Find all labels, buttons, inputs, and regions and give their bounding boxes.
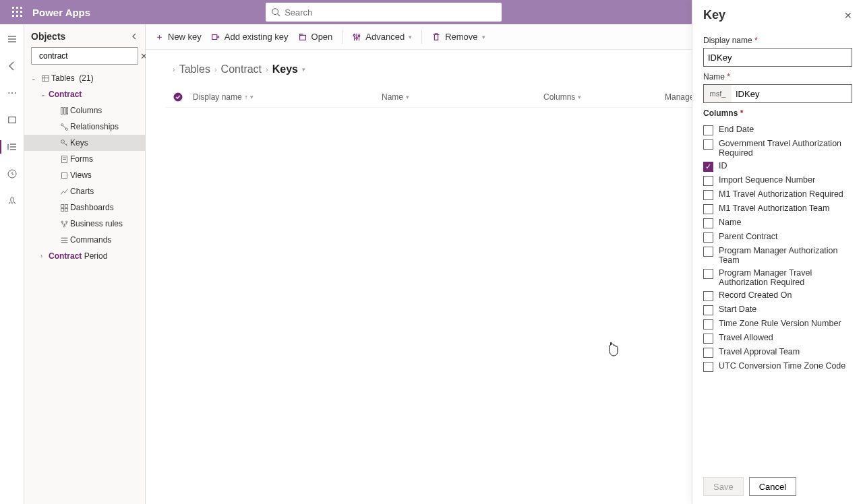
checkbox[interactable] — [703, 162, 713, 172]
column-checkbox-row[interactable]: End Date — [703, 125, 852, 135]
select-all-check[interactable] — [173, 92, 193, 102]
column-checkbox-row[interactable]: UTC Conversion Time Zone Code — [703, 361, 852, 372]
tree-business-rules[interactable]: Business rules — [24, 216, 145, 232]
key-flyout: Key ✕ Display name * Name * msf_ Columns… — [692, 0, 863, 504]
column-checkbox-row[interactable]: Program Manager Travel Authorization Req… — [703, 268, 852, 287]
svg-rect-15 — [8, 117, 16, 123]
column-checkbox-row[interactable]: Import Sequence Number — [703, 175, 852, 186]
checkbox[interactable] — [703, 125, 713, 135]
flyout-title: Key — [703, 8, 725, 22]
history-icon[interactable] — [3, 164, 22, 183]
checkbox[interactable] — [703, 319, 713, 329]
column-checkbox-row[interactable]: M1 Travel Authorization Team — [703, 203, 852, 214]
column-checkbox-row[interactable]: Time Zone Rule Version Number — [703, 319, 852, 329]
checkbox[interactable] — [703, 247, 713, 257]
save-button[interactable]: Save — [703, 477, 744, 496]
checkbox[interactable] — [703, 334, 713, 344]
column-checkbox-row[interactable]: Government Travel Authorization Required — [703, 139, 852, 158]
checkbox-label: M1 Travel Authorization Required — [719, 189, 843, 199]
svg-rect-27 — [63, 107, 65, 114]
checkbox[interactable] — [703, 291, 713, 301]
global-search[interactable] — [266, 3, 502, 22]
open-button[interactable]: Open — [298, 32, 333, 42]
rocket-icon[interactable] — [3, 191, 22, 210]
remove-button[interactable]: Remove▾ — [432, 32, 485, 42]
column-checkbox-row[interactable]: Parent Contract — [703, 232, 852, 243]
chevron-down-icon[interactable]: ▾ — [302, 66, 305, 73]
checkbox-label: M1 Travel Authorization Team — [719, 203, 829, 213]
col-name[interactable]: Name▾ — [382, 92, 543, 102]
name-label: Name * — [703, 72, 852, 82]
chevron-down-icon: ⌄ — [31, 75, 39, 82]
column-checkbox-row[interactable]: M1 Travel Authorization Required — [703, 189, 852, 200]
tree-tables[interactable]: ⌄ Tables (21) — [24, 70, 145, 86]
svg-rect-52 — [299, 35, 305, 40]
checkbox[interactable] — [703, 232, 713, 243]
column-checkbox-row[interactable]: ID — [703, 161, 852, 172]
svg-rect-26 — [61, 107, 62, 114]
new-key-button[interactable]: ＋New key — [155, 31, 202, 43]
checkbox[interactable] — [703, 305, 713, 315]
display-name-input[interactable] — [703, 48, 852, 67]
tree-contract[interactable]: ⌄ Contract — [24, 86, 145, 102]
checkbox[interactable] — [703, 190, 713, 200]
checkbox[interactable] — [703, 362, 713, 372]
objects-search[interactable]: ✕ — [31, 47, 138, 65]
svg-rect-38 — [61, 172, 67, 178]
rectangle-icon[interactable] — [3, 111, 22, 129]
tree-charts[interactable]: Charts — [24, 183, 145, 199]
tree-contract-period[interactable]: › Contract Period — [24, 248, 145, 264]
commands-icon — [58, 236, 70, 245]
checkbox[interactable] — [703, 204, 713, 214]
advanced-button[interactable]: Advanced▾ — [352, 32, 412, 42]
chevron-right-icon: › — [40, 253, 49, 259]
name-input[interactable] — [732, 84, 852, 103]
checkbox[interactable] — [703, 176, 713, 186]
tree-commands[interactable]: Commands — [24, 232, 145, 248]
tree-views[interactable]: Views — [24, 167, 145, 183]
checkbox-label: End Date — [719, 125, 754, 134]
global-search-input[interactable] — [285, 7, 496, 18]
display-name-label: Display name * — [703, 36, 852, 45]
add-existing-key-button[interactable]: Add existing key — [211, 32, 289, 42]
delete-icon — [432, 32, 441, 42]
svg-rect-0 — [12, 7, 14, 9]
svg-rect-42 — [65, 208, 67, 211]
svg-rect-41 — [61, 208, 63, 211]
column-checkbox-row[interactable]: Name — [703, 218, 852, 228]
breadcrumb-contract[interactable]: Contract — [221, 63, 262, 75]
more-icon[interactable]: ⋯ — [3, 84, 22, 102]
list-icon[interactable] — [3, 137, 22, 156]
cancel-button[interactable]: Cancel — [749, 477, 796, 496]
checkbox-label: Program Manager Authorization Team — [719, 246, 852, 265]
checkbox[interactable] — [703, 218, 713, 228]
checkbox[interactable] — [703, 269, 713, 279]
column-checkbox-row[interactable]: Travel Allowed — [703, 333, 852, 344]
hamburger-icon[interactable] — [3, 30, 22, 49]
checkbox[interactable] — [703, 348, 713, 358]
sort-up-icon: ↑ — [245, 94, 248, 100]
tree-relationships[interactable]: Relationships — [24, 119, 145, 135]
checkbox-label: Import Sequence Number — [719, 175, 815, 185]
svg-line-34 — [65, 144, 67, 145]
close-icon[interactable]: ✕ — [844, 10, 852, 21]
waffle-icon[interactable] — [5, 0, 30, 24]
tree-keys[interactable]: Keys — [24, 135, 145, 151]
svg-rect-6 — [12, 15, 14, 17]
checkbox-label: Travel Approval Team — [719, 347, 800, 356]
tree-columns[interactable]: Columns — [24, 102, 145, 119]
col-columns[interactable]: Columns▾ — [543, 92, 665, 102]
tree-forms[interactable]: Forms — [24, 151, 145, 167]
checkbox[interactable] — [703, 139, 713, 150]
objects-search-input[interactable] — [39, 51, 140, 61]
chevron-down-icon: ▾ — [578, 94, 581, 100]
column-checkbox-row[interactable]: Start Date — [703, 305, 852, 315]
col-display-name[interactable]: Display name↑▾ — [193, 92, 382, 102]
column-checkbox-row[interactable]: Record Created On — [703, 290, 852, 301]
breadcrumb-tables[interactable]: Tables — [179, 63, 210, 75]
back-icon[interactable] — [3, 57, 22, 75]
column-checkbox-row[interactable]: Program Manager Authorization Team — [703, 246, 852, 265]
tree-dashboards[interactable]: Dashboards — [24, 199, 145, 216]
column-checkbox-row[interactable]: Travel Approval Team — [703, 347, 852, 358]
collapse-icon[interactable] — [130, 32, 138, 40]
